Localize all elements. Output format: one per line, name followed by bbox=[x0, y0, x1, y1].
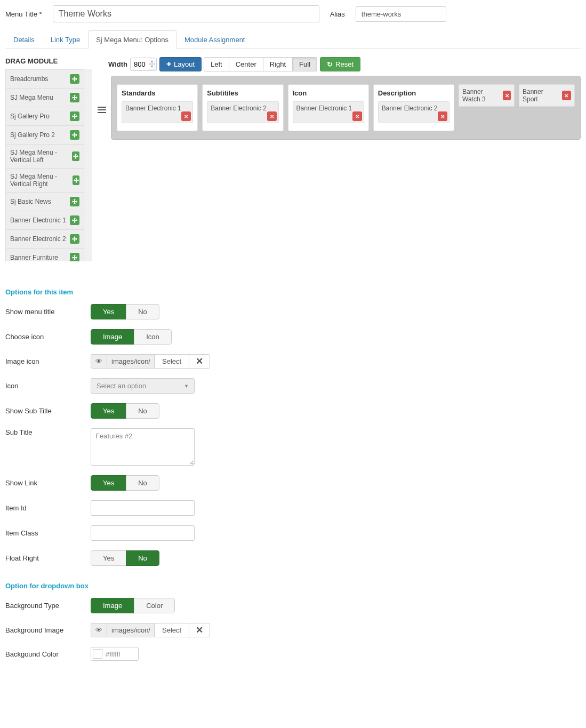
align-center-button[interactable]: Center bbox=[229, 57, 263, 71]
move-icon[interactable] bbox=[70, 130, 79, 140]
layout-canvas: StandardsBanner Electronic 1✕SubtitilesB… bbox=[111, 76, 581, 140]
width-down-icon[interactable]: ▼ bbox=[149, 64, 155, 69]
bg-color-input[interactable] bbox=[105, 650, 137, 659]
layout-module-item[interactable]: Banner Electronic 2✕ bbox=[378, 101, 449, 123]
image-icon-clear-button[interactable]: ✕ bbox=[189, 354, 210, 369]
move-icon[interactable] bbox=[72, 151, 79, 161]
menu-title-input[interactable] bbox=[53, 5, 319, 22]
move-icon[interactable] bbox=[70, 215, 79, 225]
layout-module-label: Banner Electronic 2 bbox=[382, 105, 438, 112]
layout-module-label: Banner Electronic 1 bbox=[125, 105, 181, 112]
choose-icon-icon[interactable]: Icon bbox=[134, 329, 172, 345]
bg-image-path-input[interactable] bbox=[107, 623, 155, 637]
layout-module-item[interactable]: Banner Watch 3✕ bbox=[459, 84, 515, 107]
show-menu-title-no[interactable]: No bbox=[126, 304, 159, 319]
module-item[interactable]: Sj Basic News bbox=[5, 192, 84, 211]
module-item[interactable]: Sj Gallery Pro bbox=[5, 107, 84, 126]
choose-icon-image[interactable]: Image bbox=[91, 329, 134, 345]
move-icon[interactable] bbox=[70, 93, 79, 102]
show-link-label: Show Link bbox=[5, 479, 91, 487]
float-right-yes[interactable]: Yes bbox=[91, 550, 126, 566]
layout-column[interactable]: StandardsBanner Electronic 1✕ bbox=[117, 84, 198, 131]
bg-image-select-button[interactable]: Select bbox=[154, 623, 189, 637]
layout-column[interactable]: Banner Watch 3✕ bbox=[459, 84, 515, 131]
module-item-label: Banner Furniture bbox=[10, 254, 58, 261]
layout-module-item[interactable]: Banner Sport✕ bbox=[519, 84, 575, 107]
tab-link-type[interactable]: Link Type bbox=[43, 30, 88, 49]
module-item[interactable]: SJ Mega Menu bbox=[5, 88, 84, 107]
module-item[interactable]: Sj Gallery Pro 2 bbox=[5, 125, 84, 145]
close-icon[interactable]: ✕ bbox=[438, 111, 447, 121]
reset-button[interactable]: Reset bbox=[320, 57, 360, 71]
canvas-row: StandardsBanner Electronic 1✕SubtitilesB… bbox=[98, 76, 581, 140]
bg-color-label: Backgound Color bbox=[5, 650, 91, 658]
bg-type-color[interactable]: Color bbox=[134, 598, 175, 613]
move-icon[interactable] bbox=[70, 253, 79, 261]
module-item-label: Banner Electronic 2 bbox=[10, 235, 66, 243]
eye-icon[interactable] bbox=[91, 354, 107, 369]
module-item-label: Sj Gallery Pro bbox=[10, 113, 50, 120]
eye-icon[interactable] bbox=[91, 623, 107, 637]
image-icon-select-button[interactable]: Select bbox=[154, 354, 189, 369]
layout-column[interactable]: SubtitilesBanner Electronic 2✕ bbox=[202, 84, 283, 131]
layout-module-item[interactable]: Banner Electronic 2✕ bbox=[207, 101, 278, 123]
layout-column[interactable]: DescriptionBanner Electronic 2✕ bbox=[373, 84, 454, 131]
alias-label: Alias bbox=[330, 10, 345, 18]
move-icon[interactable] bbox=[70, 74, 79, 84]
layout-module-item[interactable]: Banner Electronic 1✕ bbox=[122, 101, 193, 123]
close-icon[interactable]: ✕ bbox=[267, 111, 277, 121]
move-icon[interactable] bbox=[73, 175, 79, 185]
layout-module-item[interactable]: Banner Electronic 1✕ bbox=[293, 101, 364, 123]
bg-image-clear-button[interactable]: ✕ bbox=[189, 623, 210, 637]
item-class-label: Item Class bbox=[5, 529, 91, 537]
show-link-no[interactable]: No bbox=[126, 475, 159, 491]
close-icon[interactable]: ✕ bbox=[562, 91, 571, 100]
icon-select[interactable]: Select an option ▼ bbox=[91, 378, 195, 394]
move-icon[interactable] bbox=[70, 111, 79, 121]
layout-column[interactable]: Banner Sport✕ bbox=[519, 84, 575, 131]
tab-details[interactable]: Details bbox=[5, 30, 43, 49]
align-right-button[interactable]: Right bbox=[263, 57, 293, 71]
module-item-label: SJ Mega Menu bbox=[10, 94, 53, 101]
move-icon[interactable] bbox=[70, 234, 79, 244]
bg-type-image[interactable]: Image bbox=[91, 598, 134, 613]
close-icon[interactable]: ✕ bbox=[352, 111, 362, 121]
tab-sj-mega-menu-options[interactable]: Sj Mega Menu: Options bbox=[88, 30, 176, 49]
module-list[interactable]: BreadcrumbsSJ Mega MenuSj Gallery ProSj … bbox=[5, 69, 92, 261]
module-item[interactable]: SJ Mega Menu - Vertical Right bbox=[5, 168, 84, 193]
align-full-button[interactable]: Full bbox=[292, 57, 317, 71]
layout-area: Width ▲▼ Layout LeftCenterRightFull Rese… bbox=[98, 57, 581, 261]
menu-title-label: Menu Title * bbox=[5, 10, 42, 18]
width-up-icon[interactable]: ▲ bbox=[149, 59, 155, 64]
layout-column[interactable]: IconBanner Electronic 1✕ bbox=[288, 84, 369, 131]
drag-module-panel: DRAG MODULE BreadcrumbsSJ Mega MenuSj Ga… bbox=[5, 57, 92, 261]
choose-icon-label: Choose icon bbox=[5, 333, 91, 341]
layout-section: DRAG MODULE BreadcrumbsSJ Mega MenuSj Ga… bbox=[5, 57, 581, 261]
align-left-button[interactable]: Left bbox=[204, 57, 229, 71]
tab-module-assignment[interactable]: Module Assignment bbox=[176, 30, 253, 49]
show-menu-title-yes[interactable]: Yes bbox=[91, 304, 126, 319]
drag-handle-icon[interactable] bbox=[98, 107, 106, 114]
alias-input[interactable] bbox=[356, 6, 446, 22]
module-item[interactable]: Banner Electronic 1 bbox=[5, 211, 84, 230]
image-icon-path-input[interactable] bbox=[107, 354, 155, 369]
close-icon[interactable]: ✕ bbox=[503, 91, 511, 100]
float-right-no[interactable]: No bbox=[126, 550, 159, 566]
module-item[interactable]: Banner Furniture bbox=[5, 248, 84, 261]
module-item[interactable]: Breadcrumbs bbox=[5, 69, 84, 89]
item-id-label: Item Id bbox=[5, 504, 91, 512]
module-item[interactable]: SJ Mega Menu - Vertical Left bbox=[5, 144, 84, 169]
layout-module-label: Banner Watch 3 bbox=[462, 88, 500, 103]
layout-button[interactable]: Layout bbox=[159, 57, 202, 71]
item-id-input[interactable] bbox=[91, 500, 195, 516]
bg-color-picker[interactable] bbox=[91, 647, 139, 661]
show-sub-title-no[interactable]: No bbox=[126, 403, 159, 419]
layout-module-label: Banner Electronic 1 bbox=[296, 105, 352, 112]
show-link-yes[interactable]: Yes bbox=[91, 475, 126, 491]
sub-title-input[interactable] bbox=[91, 428, 195, 466]
move-icon[interactable] bbox=[70, 197, 79, 206]
show-sub-title-yes[interactable]: Yes bbox=[91, 403, 126, 419]
item-class-input[interactable] bbox=[91, 525, 195, 541]
close-icon[interactable]: ✕ bbox=[181, 111, 191, 121]
module-item[interactable]: Banner Electronic 2 bbox=[5, 229, 84, 249]
